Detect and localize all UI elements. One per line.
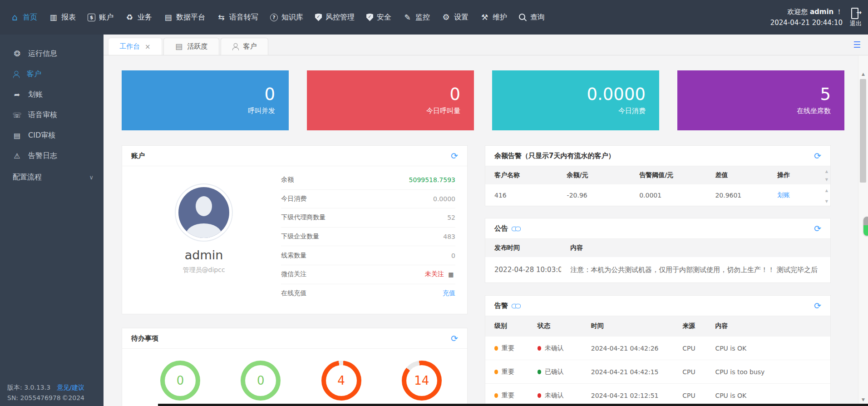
alarm-level: 重要	[485, 344, 528, 352]
transfer-action-link[interactable]: 划账	[768, 191, 830, 199]
sidebar-item-customers[interactable]: 客户	[0, 64, 104, 84]
nav-label: 知识库	[281, 13, 303, 22]
close-icon[interactable]	[145, 43, 151, 51]
welcome-block: 欢迎您 admin ！ 2024-04-21 20:44:10	[770, 6, 843, 28]
cycle-icon	[125, 13, 134, 22]
question-circle-icon	[270, 14, 278, 21]
nav-item-monitoring[interactable]: 监控	[397, 0, 436, 35]
tab-activity[interactable]: 活跃度	[163, 38, 219, 55]
level-dot-icon	[494, 346, 498, 351]
wechat-status: 未关注	[425, 270, 444, 278]
scroll-down-icon[interactable]	[858, 397, 868, 402]
sidebar-item-transfer[interactable]: 划账	[0, 84, 104, 105]
link-icon[interactable]	[512, 303, 521, 308]
nav-item-transcription[interactable]: 语音转写	[211, 0, 264, 35]
sidebar-item-alarm-log[interactable]: 告警日志	[0, 146, 104, 166]
tab-list-icon[interactable]	[853, 40, 861, 50]
row-value: 0	[451, 252, 455, 259]
logout-button[interactable]: 退出	[850, 7, 862, 28]
account-panel: 账户 admin 管理员@dipcc 余额	[122, 145, 468, 314]
run-info-icon	[13, 50, 21, 58]
scroll-up-icon[interactable]	[825, 188, 828, 193]
logout-icon	[851, 7, 861, 18]
row-label: 今日消费	[281, 195, 306, 203]
sidebar-group-label: 配置流程	[13, 173, 42, 182]
stat-value: 0	[264, 85, 275, 104]
qr-code-icon[interactable]	[447, 270, 455, 279]
balance-cell: -20.96	[558, 192, 631, 199]
scroll-up-icon[interactable]	[858, 72, 868, 76]
nav-item-maintenance[interactable]: 维护	[474, 0, 513, 35]
nav-item-account[interactable]: 账户	[82, 0, 119, 35]
side-widget-handle[interactable]	[863, 217, 868, 236]
refresh-icon[interactable]	[814, 302, 821, 310]
donut-ring: 4	[321, 361, 361, 401]
alarm-time: 2024-04-21 02:12:51	[582, 392, 673, 399]
row-value: 52	[447, 214, 455, 221]
person-icon	[232, 43, 239, 50]
refresh-icon[interactable]	[814, 224, 821, 233]
scrollbar-thumb[interactable]	[860, 79, 866, 183]
todo-panel: 待办事项 0 充值审核 »	[122, 328, 468, 406]
nav-item-settings[interactable]: 设置	[436, 0, 474, 35]
alarm-status: 已确认	[528, 368, 582, 376]
table-row: 416 -20.96 0.0001 20.9601 划账	[485, 184, 830, 206]
tab-label: 工作台	[119, 42, 140, 51]
alarm-status: 未确认	[528, 391, 582, 400]
account-username: admin	[185, 248, 223, 262]
scroll-up-icon[interactable]	[825, 169, 828, 174]
nav-item-home[interactable]: 首页	[5, 0, 43, 35]
balance-alert-table: 客户名称 余额/元 告警阈值/元 差值 操作 416 -20.96 0.0001…	[485, 166, 830, 206]
nav-item-security[interactable]: 安全	[360, 0, 397, 35]
stat-card-online-agents: 5 在线坐席数	[677, 70, 844, 130]
donut-ring: 14	[402, 361, 442, 401]
sidebar-item-run-info[interactable]: 运行信息	[0, 44, 104, 64]
nav-label: 业务	[138, 13, 152, 22]
nav-item-query[interactable]: 查询	[513, 0, 551, 35]
nav-item-reports[interactable]: 报表	[43, 0, 82, 35]
scroll-down-icon[interactable]	[825, 178, 828, 182]
sidebar-item-cid-review[interactable]: CID审核	[0, 125, 104, 146]
link-icon[interactable]	[512, 226, 521, 231]
stat-card-today-consumption: 0.0000 今日消费	[492, 70, 659, 130]
tab-workbench[interactable]: 工作台	[108, 38, 162, 55]
stat-label: 呼叫并发	[248, 107, 275, 115]
status-dot-icon	[538, 393, 541, 398]
refresh-icon[interactable]	[451, 152, 458, 160]
nav-item-knowledge-base[interactable]: 知识库	[264, 0, 309, 35]
sidebar-item-voice-review[interactable]: 语音审核	[0, 105, 104, 125]
nav-item-business[interactable]: 业务	[119, 0, 158, 35]
account-row-balance: 余额 5099518.7593	[281, 171, 455, 190]
sidebar-group-config-flow[interactable]: 配置流程 ∨	[0, 166, 104, 188]
sidebar: 运行信息 客户 划账 语音审核 CID审核 告警日志 配置流程 ∨ 版本:	[0, 35, 104, 406]
report-icon	[49, 13, 58, 22]
welcome-prefix: 欢迎您	[787, 8, 808, 16]
recharge-link[interactable]: 充值	[443, 289, 455, 297]
alarm-content: CPU is OK	[706, 345, 830, 352]
refresh-icon[interactable]	[451, 334, 458, 343]
notice-time: 2022-04-28 10:03:02	[485, 266, 561, 274]
user-area: 欢迎您 admin ！ 2024-04-21 20:44:10 退出	[770, 6, 868, 28]
nav-label: 首页	[23, 13, 37, 22]
notice-content: 注意：本机为公共测试机器，仅用于内部测试使用，切勿上生产！！ 测试完毕之后	[561, 266, 830, 274]
shield-check-icon	[366, 14, 373, 21]
alarm-table: 级别 状态 时间 来源 内容 重要 未确认 2024-04-21 04:42:2…	[485, 316, 830, 406]
panel-title: 告警	[494, 302, 508, 310]
refresh-icon[interactable]	[814, 152, 821, 160]
scroll-down-icon[interactable]	[825, 199, 828, 204]
diff-cell: 20.9601	[706, 192, 768, 199]
feedback-link[interactable]: 意见/建议	[57, 382, 84, 393]
alarm-level: 重要	[485, 391, 528, 400]
stat-value: 0	[449, 85, 460, 104]
welcome-suffix: ！	[836, 8, 843, 16]
nav-item-data-platform[interactable]: 数据平台	[158, 0, 211, 35]
sidebar-item-label: CID审核	[28, 131, 55, 140]
table-row: 重要 未确认 2024-04-21 04:42:26 CPU CPU is OK	[485, 336, 830, 360]
content-area: 0 呼叫并发 0 今日呼叫量 0.0000 今日消费 5 在线坐席数	[104, 55, 858, 406]
nav-item-risk-control[interactable]: 风控管理	[309, 0, 360, 35]
alarm-level: 重要	[485, 368, 528, 376]
tab-customers[interactable]: 客户	[221, 38, 268, 55]
todo-count: 14	[414, 374, 429, 387]
nav-label: 数据平台	[176, 13, 205, 22]
datetime: 2024-04-21 20:44:10	[770, 17, 843, 28]
